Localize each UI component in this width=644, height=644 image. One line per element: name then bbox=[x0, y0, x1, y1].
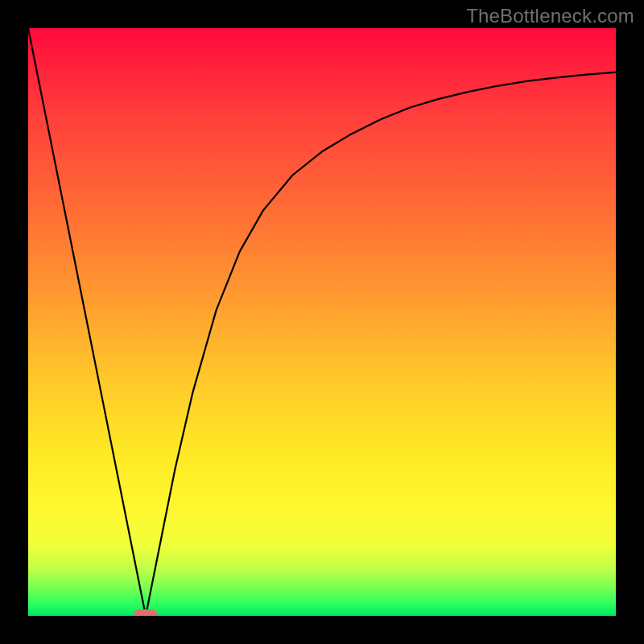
curve-layer bbox=[28, 28, 616, 616]
chart-frame: TheBottleneck.com bbox=[0, 0, 644, 644]
watermark-text: TheBottleneck.com bbox=[466, 5, 634, 27]
optimum-marker bbox=[134, 609, 158, 616]
plot-area bbox=[28, 28, 616, 616]
bottleneck-curve bbox=[28, 28, 616, 616]
